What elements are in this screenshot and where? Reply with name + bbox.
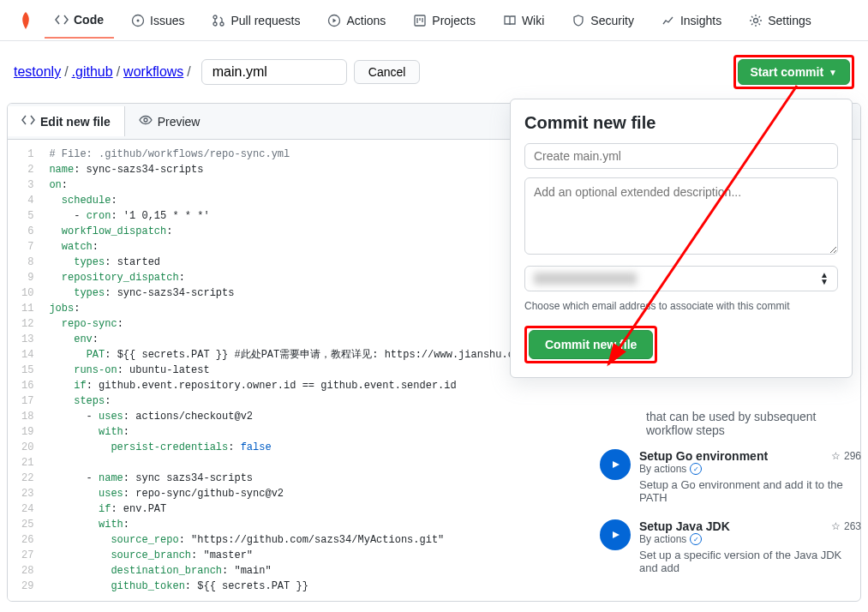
tab-security[interactable]: Security <box>561 3 644 38</box>
verified-icon: ✓ <box>690 463 702 475</box>
tab-settings[interactable]: Settings <box>739 3 822 38</box>
tab-preview[interactable]: Preview <box>125 106 214 136</box>
mp-author: By actions <box>639 533 686 545</box>
commit-summary-input[interactable] <box>524 143 838 169</box>
svg-point-1 <box>137 19 140 21</box>
tab-label: Insights <box>680 14 721 27</box>
star-count[interactable]: ☆296 <box>831 449 861 463</box>
logo-icon <box>14 9 38 33</box>
play-circle-icon <box>600 449 631 480</box>
tab-issues[interactable]: Issues <box>121 3 195 38</box>
mp-description: Set up a specific version of the Java JD… <box>639 549 861 574</box>
updown-icon: ▲▼ <box>820 272 829 285</box>
tab-code[interactable]: Code <box>45 3 114 39</box>
tab-label: Code <box>74 13 104 27</box>
mp-description: Setup a Go environment and add it to the… <box>639 478 861 504</box>
tab-label: Actions <box>346 14 386 27</box>
svg-point-8 <box>144 118 147 122</box>
pr-icon <box>212 14 225 27</box>
issue-icon <box>131 14 145 27</box>
line-gutter: 1234567891011121314151617181920212223242… <box>8 140 42 601</box>
commit-new-file-button[interactable]: Commit new file <box>529 330 653 359</box>
repo-nav-tabs: Code Issues Pull requests Actions Projec… <box>0 0 868 41</box>
trailing-text: that can be used by subsequent workflow … <box>600 410 861 437</box>
tab-label: Wiki <box>522 14 544 27</box>
svg-point-2 <box>213 15 217 19</box>
breadcrumb-bar: testonly/.github/workflows/ Cancel Start… <box>0 41 868 103</box>
shield-icon <box>572 14 585 27</box>
project-icon <box>413 14 427 27</box>
marketplace-item[interactable]: Setup Go environment ☆296 By actions ✓ S… <box>600 449 861 504</box>
tab-insights[interactable]: Insights <box>651 3 732 38</box>
commit-popover: Commit new file ▲▼ Choose which email ad… <box>510 99 853 378</box>
eye-icon <box>139 113 153 129</box>
commit-description-input[interactable] <box>524 177 838 255</box>
tab-label: Security <box>590 14 634 27</box>
tab-label: Settings <box>768 14 811 27</box>
commit-email-select[interactable]: ▲▼ <box>524 266 838 291</box>
svg-point-4 <box>220 22 224 26</box>
star-icon: ☆ <box>831 520 841 532</box>
tab-edit-file[interactable]: Edit new file <box>8 106 125 136</box>
graph-icon <box>661 14 675 27</box>
svg-point-7 <box>754 18 758 22</box>
code-icon <box>21 113 35 129</box>
tab-label: Preview <box>158 115 201 129</box>
tab-wiki[interactable]: Wiki <box>493 3 554 38</box>
cancel-button[interactable]: Cancel <box>354 60 421 84</box>
verified-icon: ✓ <box>690 533 702 545</box>
breadcrumb: testonly/.github/workflows/ <box>14 64 195 80</box>
mp-title: Setup Java JDK <box>639 519 730 533</box>
code-icon <box>55 13 69 27</box>
mp-author: By actions <box>639 463 686 475</box>
email-help-text: Choose which email address to associate … <box>524 300 838 312</box>
star-icon: ☆ <box>831 450 841 462</box>
start-commit-label: Start commit <box>751 65 824 79</box>
tab-projects[interactable]: Projects <box>403 3 486 38</box>
marketplace-item[interactable]: Setup Java JDK ☆263 By actions ✓ Set up … <box>600 519 861 574</box>
crumb-repo[interactable]: testonly <box>14 64 61 79</box>
svg-point-3 <box>213 22 217 26</box>
filename-input[interactable] <box>201 59 347 85</box>
crumb-github[interactable]: .github <box>72 64 113 79</box>
tab-label: Projects <box>432 14 476 27</box>
caret-down-icon: ▼ <box>829 68 837 77</box>
marketplace-sidebar: that can be used by subsequent workflow … <box>600 410 861 590</box>
book-icon <box>503 14 517 27</box>
email-blurred <box>534 273 637 285</box>
commit-title: Commit new file <box>524 113 838 133</box>
tab-label: Pull requests <box>230 14 300 27</box>
play-circle-icon <box>600 519 631 550</box>
tab-pull-requests[interactable]: Pull requests <box>201 3 310 38</box>
tab-label: Issues <box>150 14 184 27</box>
tab-label: Edit new file <box>40 115 111 129</box>
start-commit-button[interactable]: Start commit ▼ <box>738 59 850 85</box>
crumb-workflows[interactable]: workflows <box>123 64 183 79</box>
tab-actions[interactable]: Actions <box>317 3 396 38</box>
gear-icon <box>749 14 763 27</box>
mp-title: Setup Go environment <box>639 449 768 463</box>
play-icon <box>327 14 341 27</box>
star-count[interactable]: ☆263 <box>831 519 861 533</box>
